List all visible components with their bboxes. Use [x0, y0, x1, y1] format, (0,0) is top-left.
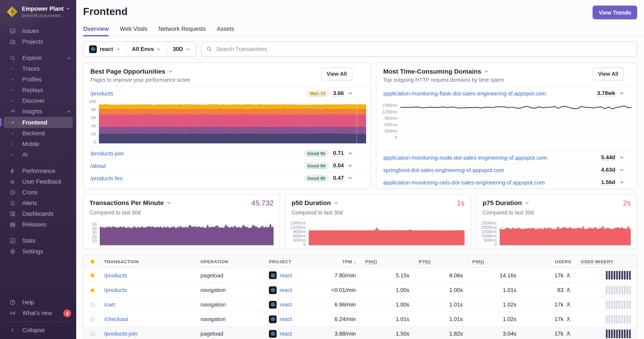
sidebar-item-alerts[interactable]: Alerts — [0, 198, 76, 208]
chevron-up-icon[interactable] — [348, 91, 352, 95]
sidebar-item-traces[interactable]: Traces — [0, 63, 76, 74]
chevron-down-icon[interactable] — [484, 69, 488, 73]
opportunities-view-all-button[interactable]: View All — [321, 68, 352, 80]
chart: 100806040200 — [84, 99, 370, 147]
domain-link[interactable]: application-monitoring-node-dot-sales-en… — [383, 154, 597, 161]
chevron-down-icon[interactable] — [620, 155, 624, 160]
sidebar-item-ai[interactable]: AI — [0, 149, 76, 160]
page-link[interactable]: /products-fes — [90, 175, 300, 181]
search-transactions-input[interactable] — [201, 41, 637, 56]
star-filled-icon[interactable] — [90, 287, 104, 293]
sidebar-item-label: Performance — [22, 168, 71, 174]
chevron-down-icon[interactable] — [168, 69, 172, 73]
sidebar-item-releases[interactable]: Releases — [0, 219, 76, 230]
sidebar-item-explore[interactable]: Explore — [0, 53, 76, 63]
transaction-link[interactable]: /products — [104, 287, 200, 293]
column-header-project[interactable]: PROJECT — [269, 259, 322, 264]
p75-cell: 1.00s — [409, 287, 463, 293]
page-link[interactable]: /products — [90, 90, 302, 96]
transaction-link[interactable]: /products-join — [104, 331, 200, 337]
tab-web-vitals[interactable]: Web Vitals — [120, 26, 147, 36]
project-link[interactable]: react — [280, 287, 292, 293]
project-link[interactable]: react — [280, 331, 292, 337]
date-range-filter[interactable]: 30D — [167, 42, 196, 56]
chevron-down-icon[interactable] — [348, 164, 352, 168]
column-header-p95[interactable]: P95() — [463, 259, 516, 264]
transaction-link[interactable]: /products — [104, 272, 200, 279]
chevron-up-icon[interactable] — [620, 91, 624, 95]
sidebar-item-frontend[interactable]: Frontend — [4, 117, 73, 128]
org-switcher[interactable]: Empower Plant dominik.buszowiec... — [0, 0, 76, 22]
tpm-cell: <0.01/min — [322, 287, 356, 293]
sidebar-item-backend[interactable]: Backend — [0, 128, 76, 139]
users-cell: 17k — [516, 301, 571, 308]
domain-link[interactable]: application-monitoring-rails-dot-sales-e… — [383, 179, 597, 186]
user-icon — [566, 302, 571, 307]
sidebar-item-help[interactable]: Help — [0, 297, 76, 308]
column-header-p75[interactable]: P75() — [409, 259, 463, 264]
sidebar: Empower Plant dominik.buszowiec... Issue… — [0, 0, 76, 339]
column-header-transaction[interactable]: TRANSACTION — [104, 259, 200, 264]
column-header-user-misery[interactable]: USER MISERY — [571, 259, 631, 264]
environment-filter[interactable]: All Envs — [126, 42, 167, 56]
column-header-tpm[interactable]: TPM ↓ — [322, 259, 356, 264]
user-icon — [566, 316, 571, 322]
opportunity-row: /productsMeh 793.66 — [84, 87, 370, 99]
chart-plot — [400, 103, 632, 139]
project-link[interactable]: react — [280, 272, 292, 279]
page-link[interactable]: /about — [90, 162, 300, 169]
y-axis-tick: 0 — [94, 140, 96, 144]
table-row: /products-joinpageloadreact3.88/min1.50s… — [84, 326, 637, 339]
column-header-users[interactable]: USERS — [516, 259, 571, 264]
chevron-down-icon[interactable] — [620, 168, 624, 172]
sidebar-item-insights[interactable]: Insights — [0, 106, 76, 117]
star-empty-icon[interactable] — [90, 331, 104, 337]
y-axis-tick: 0 — [303, 242, 306, 247]
tpm-cell: 7.80/min — [322, 272, 356, 279]
sidebar-item-collapse[interactable]: Collapse — [0, 325, 76, 336]
sidebar-item-user-feedback[interactable]: User Feedback — [0, 176, 76, 187]
sidebar-item-projects[interactable]: Projects — [0, 36, 76, 47]
metric-value: 1s — [457, 199, 464, 208]
sidebar-item-dashboards[interactable]: Dashboards — [0, 208, 76, 219]
chevron-down-icon — [116, 47, 120, 51]
chevron-down-icon[interactable] — [525, 201, 529, 205]
tab-network-requests[interactable]: Network Requests — [158, 26, 206, 36]
project-link[interactable]: react — [280, 316, 292, 322]
chart: 1500ms1200ms900ms600ms300ms0 — [376, 99, 637, 142]
sidebar-item-replays[interactable]: Replays — [0, 85, 76, 95]
sidebar-item-what-s-new[interactable]: What's new4 — [0, 308, 76, 319]
sidebar-item-mobile[interactable]: Mobile — [0, 139, 76, 149]
sidebar-item-crons[interactable]: Crons — [0, 187, 76, 198]
chevron-down-icon[interactable] — [334, 201, 338, 205]
sidebar-item-issues[interactable]: Issues — [0, 26, 76, 36]
domains-view-all-button[interactable]: View All — [592, 68, 624, 80]
star-empty-icon[interactable] — [90, 316, 104, 322]
search-box — [201, 41, 637, 56]
view-trends-button[interactable]: View Trends — [593, 5, 637, 19]
chevron-down-icon[interactable] — [348, 176, 352, 180]
sidebar-item-profiles[interactable]: Profiles — [0, 74, 76, 85]
chevron-down-icon[interactable] — [167, 201, 171, 205]
sidebar-item-performance[interactable]: Performance — [0, 166, 76, 176]
sidebar-item-label: Insights — [22, 108, 60, 115]
sidebar-item-settings[interactable]: Settings — [0, 246, 76, 257]
sidebar-item-discover[interactable]: Discover — [0, 95, 76, 106]
chevron-down-icon[interactable] — [620, 180, 624, 184]
tab-assets[interactable]: Assets — [217, 26, 234, 36]
chevron-down-icon[interactable] — [348, 151, 352, 155]
transaction-link[interactable]: /checkout — [104, 316, 200, 322]
star-filled-icon[interactable] — [90, 272, 104, 278]
page-link[interactable]: /products-join — [90, 150, 300, 156]
opportunities-card-subtitle: Pages to improve your performance score — [90, 77, 190, 83]
domain-link[interactable]: springboot-dot-sales-engineering-sf.apps… — [383, 167, 597, 173]
sidebar-item-stats[interactable]: Stats — [0, 235, 76, 246]
column-header-operation[interactable]: OPERATION — [200, 259, 269, 264]
tab-overview[interactable]: Overview — [83, 26, 109, 36]
transaction-link[interactable]: /cart — [104, 301, 200, 308]
project-filter[interactable]: react — [84, 42, 126, 56]
domain-link[interactable]: application-monitoring-flask-dot-sales-e… — [383, 90, 593, 96]
project-link[interactable]: react — [280, 301, 292, 308]
star-empty-icon[interactable] — [90, 302, 104, 308]
column-header-p50[interactable]: P50() — [356, 259, 409, 264]
